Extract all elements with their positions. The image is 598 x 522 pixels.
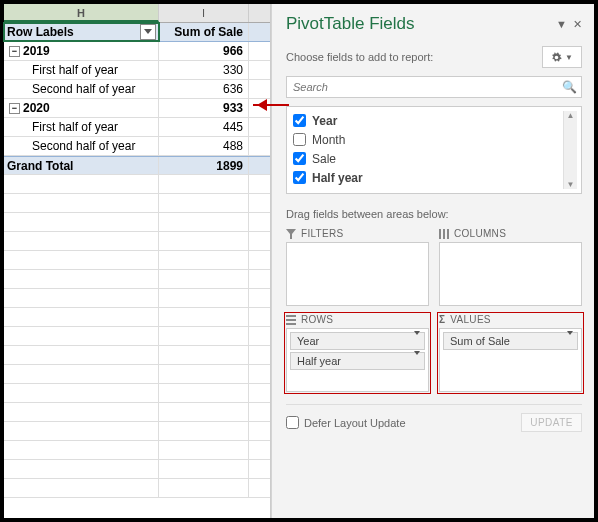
cell-label: First half of year [4, 61, 159, 79]
row-field-year[interactable]: Year [290, 332, 425, 350]
search-icon: 🔍 [562, 80, 577, 94]
empty-row[interactable] [4, 460, 270, 479]
filters-area[interactable]: FILTERS [286, 228, 429, 306]
values-area[interactable]: ΣVALUES Sum of Sale [439, 314, 582, 392]
cell-label: Second half of year [4, 137, 159, 155]
scroll-up-icon[interactable]: ▲ [567, 111, 575, 120]
filter-icon [286, 229, 296, 239]
sum-of-sale-header[interactable]: Sum of Sale [159, 23, 249, 41]
grand-total-row[interactable]: Grand Total 1899 [4, 156, 270, 175]
rows-icon [286, 315, 296, 325]
search-box[interactable]: 🔍 [286, 76, 582, 98]
column-headers: H I [4, 4, 270, 23]
sigma-icon: Σ [439, 314, 445, 325]
fields-list: Year Month Sale Half year ▲ ▼ [286, 106, 582, 194]
chevron-down-icon[interactable] [414, 355, 420, 367]
empty-row[interactable] [4, 441, 270, 460]
value-field-sumofsale[interactable]: Sum of Sale [443, 332, 578, 350]
cell-value: 966 [159, 42, 249, 60]
table-row[interactable]: Second half of year 636 [4, 80, 270, 99]
field-sale[interactable]: Sale [291, 149, 563, 168]
filter-dropdown-icon[interactable] [140, 24, 156, 40]
collapse-icon[interactable]: − [9, 103, 20, 114]
defer-checkbox-label[interactable]: Defer Layout Update [286, 416, 521, 429]
drag-instruction: Drag fields between areas below: [286, 208, 582, 220]
chevron-down-icon[interactable] [414, 335, 420, 347]
cell-label: Grand Total [4, 157, 159, 174]
row-labels-text: Row Labels [7, 25, 74, 39]
settings-button[interactable]: ▼ [542, 46, 582, 68]
empty-row[interactable] [4, 422, 270, 441]
empty-row[interactable] [4, 384, 270, 403]
cell-value: 933 [159, 99, 249, 117]
cell-label: 2019 [23, 44, 50, 58]
pivot-header-row: Row Labels Sum of Sale [4, 23, 270, 42]
worksheet[interactable]: H I Row Labels Sum of Sale −2019 966 Fir… [4, 4, 271, 518]
table-row[interactable]: First half of year 330 [4, 61, 270, 80]
collapse-icon[interactable]: − [9, 46, 20, 57]
scrollbar[interactable]: ▲ ▼ [563, 111, 577, 189]
cell-label: 2020 [23, 101, 50, 115]
update-button[interactable]: UPDATE [521, 413, 582, 432]
empty-row[interactable] [4, 270, 270, 289]
empty-row[interactable] [4, 346, 270, 365]
empty-row[interactable] [4, 251, 270, 270]
field-half-year[interactable]: Half year [291, 168, 563, 187]
cell-value: 488 [159, 137, 249, 155]
col-header-I[interactable]: I [159, 4, 249, 22]
table-row[interactable]: −2020 933 [4, 99, 270, 118]
columns-icon [439, 229, 449, 239]
chevron-down-icon[interactable] [567, 335, 573, 347]
empty-row[interactable] [4, 403, 270, 422]
cell-label: Second half of year [4, 80, 159, 98]
row-labels-header[interactable]: Row Labels [4, 23, 159, 41]
empty-row[interactable] [4, 232, 270, 251]
cell-value: 445 [159, 118, 249, 136]
scroll-down-icon[interactable]: ▼ [567, 180, 575, 189]
field-month[interactable]: Month [291, 130, 563, 149]
columns-area[interactable]: COLUMNS [439, 228, 582, 306]
field-checkbox[interactable] [293, 152, 306, 165]
empty-row[interactable] [4, 289, 270, 308]
row-field-halfyear[interactable]: Half year [290, 352, 425, 370]
cell-value: 636 [159, 80, 249, 98]
pane-title: PivotTable Fields [286, 14, 550, 34]
grid[interactable]: Row Labels Sum of Sale −2019 966 First h… [4, 23, 270, 498]
empty-row[interactable] [4, 308, 270, 327]
col-header-H[interactable]: H [4, 4, 159, 22]
empty-row[interactable] [4, 365, 270, 384]
chevron-down-icon[interactable]: ▼ [556, 18, 567, 30]
cell-value: 1899 [159, 157, 249, 174]
defer-checkbox[interactable] [286, 416, 299, 429]
cell-value: 330 [159, 61, 249, 79]
pane-subtitle: Choose fields to add to report: [286, 51, 542, 63]
empty-row[interactable] [4, 194, 270, 213]
empty-row[interactable] [4, 479, 270, 498]
field-checkbox[interactable] [293, 171, 306, 184]
table-row[interactable]: −2019 966 [4, 42, 270, 61]
gear-icon [551, 52, 562, 63]
pivottable-fields-pane: PivotTable Fields ▼ ✕ Choose fields to a… [271, 4, 594, 518]
cell-label: First half of year [4, 118, 159, 136]
empty-row[interactable] [4, 175, 270, 194]
empty-row[interactable] [4, 213, 270, 232]
field-checkbox[interactable] [293, 133, 306, 146]
empty-row[interactable] [4, 327, 270, 346]
app-window: H I Row Labels Sum of Sale −2019 966 Fir… [4, 4, 594, 518]
field-year[interactable]: Year [291, 111, 563, 130]
rows-area[interactable]: ROWS Year Half year [286, 314, 429, 392]
close-icon[interactable]: ✕ [573, 18, 582, 31]
table-row[interactable]: Second half of year 488 [4, 137, 270, 156]
table-row[interactable]: First half of year 445 [4, 118, 270, 137]
search-input[interactable] [286, 76, 582, 98]
field-checkbox[interactable] [293, 114, 306, 127]
